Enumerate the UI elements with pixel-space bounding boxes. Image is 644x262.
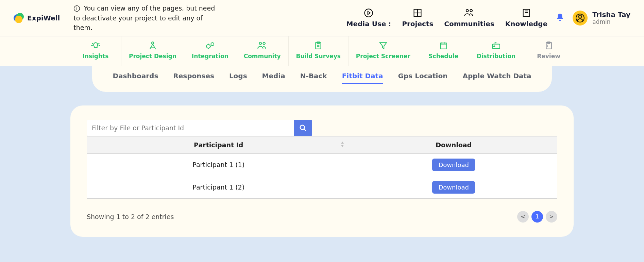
table-row: Participant 1 (1) Download [87, 153, 557, 176]
nav-communities[interactable]: Communities [444, 8, 494, 28]
svg-line-42 [304, 129, 306, 131]
svg-line-18 [98, 43, 99, 44]
subnav-label: Project Screener [356, 53, 410, 60]
people-icon [464, 8, 475, 18]
subnav-label: Schedule [428, 53, 458, 60]
nav-label: Communities [444, 20, 494, 28]
svg-point-24 [211, 43, 214, 46]
svg-line-17 [92, 43, 93, 44]
clipboard-icon [314, 41, 323, 50]
lightbulb-icon [90, 41, 102, 50]
tab-dashboards[interactable]: Dashboards [113, 72, 158, 84]
entries-summary: Showing 1 to 2 of 2 entries [87, 213, 174, 220]
user-avatar[interactable] [573, 11, 588, 26]
svg-point-13 [579, 15, 582, 18]
funnel-icon [379, 41, 388, 50]
svg-point-3 [365, 9, 373, 17]
people-icon [257, 41, 268, 50]
nav-media-use[interactable]: Media Use : [346, 8, 391, 28]
logo-mark-icon [14, 13, 24, 23]
subnav-label: Community [244, 53, 281, 60]
logo[interactable]: ExpiWell [14, 13, 60, 23]
col-label: Participant Id [194, 141, 243, 149]
svg-rect-31 [440, 43, 446, 49]
pager-next[interactable]: > [546, 211, 557, 223]
subnav-insights[interactable]: Insights [70, 36, 121, 66]
mailbox-icon [491, 41, 501, 50]
subnav-label: Build Surveys [296, 53, 341, 60]
svg-point-23 [206, 44, 210, 48]
nav-label: Projects [402, 20, 433, 28]
subnav-project-screener[interactable]: Project Screener [348, 36, 418, 66]
svg-marker-43 [341, 142, 344, 144]
svg-point-8 [466, 9, 469, 12]
col-download: Download [350, 136, 557, 153]
calendar-icon [439, 41, 448, 50]
search-button[interactable] [294, 120, 312, 136]
col-participant-id[interactable]: Participant Id [87, 136, 350, 153]
download-button[interactable]: Download [432, 181, 475, 194]
tab-media[interactable]: Media [262, 72, 285, 84]
participant-id-cell: Participant 1 (1) [87, 153, 350, 176]
subnav-project-design[interactable]: Project Design [121, 36, 184, 66]
nav-projects[interactable]: Projects [402, 8, 433, 28]
subnav-label: Distribution [477, 53, 515, 60]
subnav-community[interactable]: Community [236, 36, 288, 66]
compass-icon [148, 41, 158, 50]
subnav-schedule[interactable]: Schedule [418, 36, 469, 66]
sort-icon [340, 141, 344, 149]
subnav-label: Integration [192, 53, 228, 60]
subnav-label: Review [537, 53, 560, 60]
svg-rect-10 [523, 9, 530, 16]
subnav-build-surveys[interactable]: Build Surveys [288, 36, 348, 66]
nav-label: Knowledge [505, 20, 548, 28]
brand-name: ExpiWell [27, 14, 60, 22]
user-name: Trisha Tay [592, 11, 630, 18]
subnav-label: Insights [83, 53, 109, 60]
svg-point-25 [259, 42, 261, 45]
filter-input[interactable] [87, 120, 294, 136]
nav-knowledge[interactable]: Knowledge [505, 8, 548, 28]
col-label: Download [436, 141, 472, 149]
svg-line-20 [150, 44, 153, 49]
pager-page-1[interactable]: 1 [531, 211, 543, 223]
subnav-distribution[interactable]: Distribution [469, 36, 523, 66]
svg-point-19 [152, 42, 154, 44]
gears-icon [205, 41, 216, 50]
tab-apple-watch[interactable]: Apple Watch Data [462, 72, 531, 84]
play-circle-icon [364, 8, 373, 18]
svg-point-2 [77, 7, 77, 7]
svg-marker-4 [368, 11, 370, 14]
table-row: Participant 1 (2) Download [87, 176, 557, 198]
tab-gps[interactable]: Gps Location [398, 72, 448, 84]
grid-icon [413, 8, 422, 18]
svg-point-41 [300, 125, 305, 129]
clipboard-check-icon [544, 41, 553, 50]
tab-responses[interactable]: Responses [173, 72, 214, 84]
svg-point-36 [494, 46, 495, 47]
book-icon [522, 8, 531, 18]
participant-id-cell: Participant 1 (2) [87, 176, 350, 198]
svg-marker-44 [341, 145, 344, 147]
subnav-integration[interactable]: Integration [184, 36, 236, 66]
download-button[interactable]: Download [432, 159, 475, 171]
svg-point-26 [263, 42, 265, 45]
tab-nback[interactable]: N-Back [300, 72, 327, 84]
nav-label: Media Use : [346, 20, 391, 28]
tab-fitbit[interactable]: Fitbit Data [342, 72, 383, 84]
user-role: admin [592, 18, 630, 25]
subnav-label: Project Design [129, 53, 176, 60]
pager-prev[interactable]: < [517, 211, 529, 223]
user-icon [576, 14, 584, 22]
tab-logs[interactable]: Logs [229, 72, 247, 84]
search-icon [299, 124, 307, 132]
svg-line-21 [153, 44, 156, 49]
svg-point-9 [470, 9, 472, 12]
info-icon [73, 5, 80, 12]
subnav-review[interactable]: Review [523, 36, 574, 66]
notice-text: You can view any of the pages, but need … [73, 4, 215, 31]
bell-icon[interactable] [556, 13, 564, 23]
view-only-notice: You can view any of the pages, but need … [73, 3, 220, 33]
